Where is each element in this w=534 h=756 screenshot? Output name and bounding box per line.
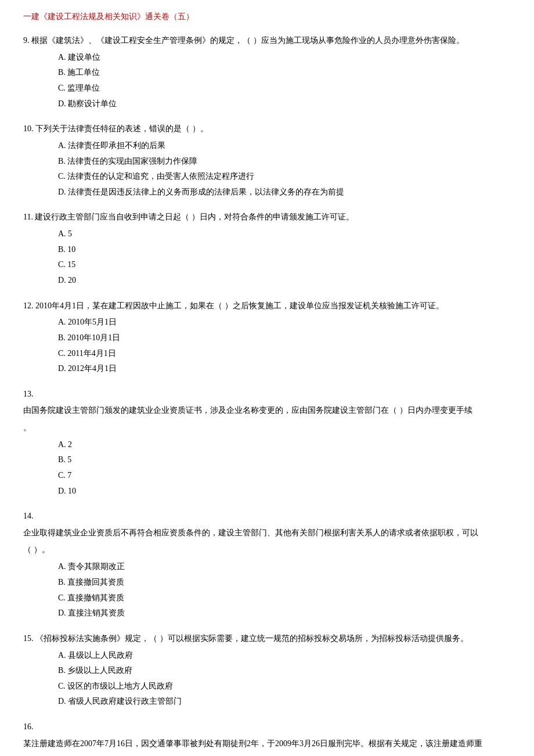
option-item: B. 2010年10月1日 [58, 330, 511, 346]
option-item: B. 施工单位 [58, 65, 511, 81]
option-item: D. 法律责任是因违反法律上的义务而形成的法律后果，以法律义务的存在为前提 [58, 185, 511, 200]
option-item: A. 2 [58, 437, 511, 453]
option-item: C. 监理单位 [58, 81, 511, 96]
header-title: 一建《建设工程法规及相关知识》通关卷（五） [23, 12, 511, 22]
question-text: 10. 下列关于法律责任特征的表述，错误的是（ ）。 [23, 122, 511, 136]
option-item: B. 10 [58, 242, 511, 258]
question-number: 13. [23, 387, 511, 401]
option-item: A. 建设单位 [58, 50, 511, 66]
option-item: A. 法律责任即承担不利的后果 [58, 138, 511, 154]
question-1: 9. 根据《建筑法》、《建设工程安全生产管理条例》的规定，（ ）应当为施工现场从… [23, 34, 511, 111]
question-text-line1: 由国务院建设主管部门颁发的建筑业企业资质证书，涉及企业名称变更的，应由国务院建设… [23, 403, 511, 417]
options-list: A. 2B. 5C. 7D. 10 [58, 437, 511, 499]
options-list: A. 5B. 10C. 15D. 20 [58, 226, 511, 288]
question-8: 16.某注册建造师在2007年7月16日，因交通肇事罪被判处有期徒刑2年，于20… [23, 720, 511, 756]
options-list: A. 县级以上人民政府B. 乡级以上人民政府C. 设区的市级以上地方人民政府D.… [58, 648, 511, 710]
question-text: 9. 根据《建筑法》、《建设工程安全生产管理条例》的规定，（ ）应当为施工现场从… [23, 34, 511, 48]
option-item: A. 县级以上人民政府 [58, 648, 511, 664]
option-item: C. 2011年4月1日 [58, 346, 511, 362]
question-4: 12. 2010年4月1日，某在建工程因故中止施工，如果在（ ）之后恢复施工，建… [23, 299, 511, 377]
question-text: 15. 《招标投标法实施条例》规定，（ ）可以根据实际需要，建立统一规范的招标投… [23, 632, 511, 646]
page-header: 一建《建设工程法规及相关知识》通关卷（五） [23, 12, 511, 22]
option-item: D. 20 [58, 273, 511, 289]
option-item: C. 法律责任的认定和追究，由受害人依照法定程序进行 [58, 169, 511, 185]
question-text: 11. 建设行政主管部门应当自收到申请之日起（ ）日内，对符合条件的申请颁发施工… [23, 210, 511, 224]
option-item: B. 5 [58, 452, 511, 468]
option-item: A. 责令其限期改正 [58, 559, 511, 575]
option-item: C. 7 [58, 468, 511, 484]
question-text-line1: 企业取得建筑业企业资质后不再符合相应资质条件的，建设主管部门、其他有关部门根据利… [23, 525, 511, 540]
option-item: D. 勘察设计单位 [58, 96, 511, 112]
question-text-line2: （ ）。 [23, 542, 511, 557]
option-item: C. 设区的市级以上地方人民政府 [58, 679, 511, 694]
option-item: B. 直接撤回其资质 [58, 575, 511, 591]
question-text-line2: 。 [23, 420, 511, 435]
question-text-line1: 某注册建造师在2007年7月16日，因交通肇事罪被判处有期徒刑2年，于2009年… [23, 736, 511, 751]
options-list: A. 2010年5月1日B. 2010年10月1日C. 2011年4月1日D. … [58, 315, 511, 376]
option-item: C. 15 [58, 257, 511, 273]
question-5: 13.由国务院建设主管部门颁发的建筑业企业资质证书，涉及企业名称变更的，应由国务… [23, 387, 511, 499]
question-7: 15. 《招标投标法实施条例》规定，（ ）可以根据实际需要，建立统一规范的招标投… [23, 632, 511, 710]
option-item: D. 省级人民政府建设行政主管部门 [58, 694, 511, 710]
option-item: D. 2012年4月1日 [58, 361, 511, 377]
questions-container: 9. 根据《建筑法》、《建设工程安全生产管理条例》的规定，（ ）应当为施工现场从… [23, 34, 511, 756]
question-number: 14. [23, 509, 511, 523]
options-list: A. 建设单位B. 施工单位C. 监理单位D. 勘察设计单位 [58, 50, 511, 111]
option-item: A. 5 [58, 226, 511, 242]
option-item: D. 10 [58, 484, 511, 499]
question-text-line2: 新注册至少应当在（ ）之后才能提出申请。 [23, 753, 511, 756]
question-text: 12. 2010年4月1日，某在建工程因故中止施工，如果在（ ）之后恢复施工，建… [23, 299, 511, 313]
option-item: A. 2010年5月1日 [58, 315, 511, 330]
question-2: 10. 下列关于法律责任特征的表述，错误的是（ ）。A. 法律责任即承担不利的后… [23, 122, 511, 200]
options-list: A. 责令其限期改正B. 直接撤回其资质C. 直接撤销其资质D. 直接注销其资质 [58, 559, 511, 621]
options-list: A. 法律责任即承担不利的后果B. 法律责任的实现由国家强制力作保障C. 法律责… [58, 138, 511, 200]
option-item: C. 直接撤销其资质 [58, 591, 511, 606]
option-item: B. 法律责任的实现由国家强制力作保障 [58, 154, 511, 170]
option-item: B. 乡级以上人民政府 [58, 663, 511, 679]
question-number: 16. [23, 720, 511, 734]
question-3: 11. 建设行政主管部门应当自收到申请之日起（ ）日内，对符合条件的申请颁发施工… [23, 210, 511, 288]
option-item: D. 直接注销其资质 [58, 606, 511, 621]
question-6: 14.企业取得建筑业企业资质后不再符合相应资质条件的，建设主管部门、其他有关部门… [23, 509, 511, 621]
